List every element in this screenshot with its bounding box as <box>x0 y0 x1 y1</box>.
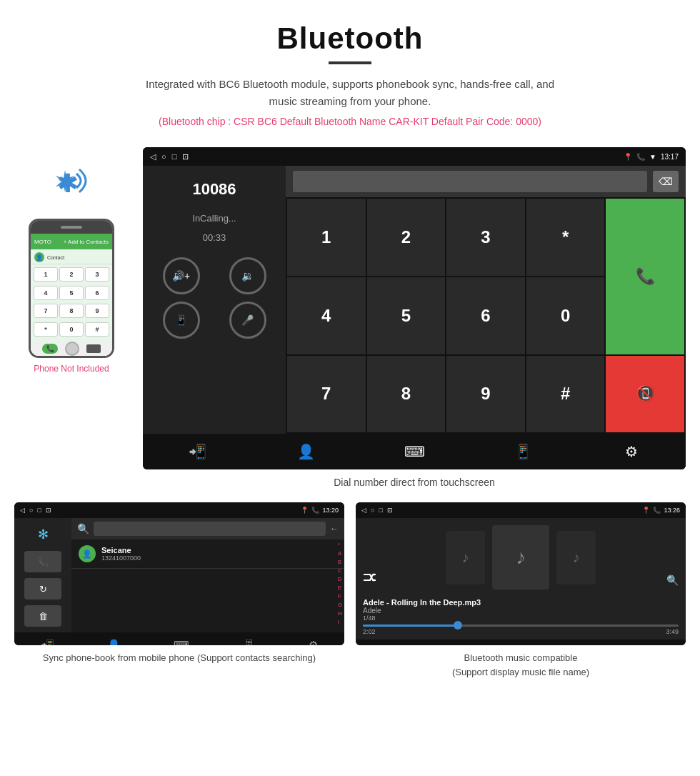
call-answer-button[interactable]: 📞 <box>606 199 684 354</box>
settings-icon[interactable]: ⚙ <box>619 439 644 464</box>
car-screen-body: 10086 InCalling... 00:33 🔊+ 🔉 📱 🎤 ⌫ <box>143 166 686 434</box>
pb-time: 13:20 <box>322 507 339 514</box>
dial-key-8[interactable]: 8 <box>367 356 446 433</box>
dialpad-icon[interactable]: ⌨ <box>401 439 427 464</box>
music-progress-thumb[interactable] <box>454 621 462 630</box>
dial-grid: 1 2 3 * 📞 4 5 6 0 7 8 9 # 📵 <box>286 197 686 434</box>
car-screen: ◁ ○ □ ⊡ 📍 📞 ▼ 13:17 10086 InCalling... <box>143 147 686 469</box>
dial-key-7[interactable]: 7 <box>287 356 366 433</box>
dial-input-field[interactable] <box>293 171 647 192</box>
music-time: 13:26 <box>664 507 680 514</box>
phonebook-main: 🔍 ← 👤 Seicane 13241007000 <box>71 518 344 632</box>
dial-key-3[interactable]: 3 <box>446 199 525 276</box>
page-header: Bluetooth Integrated with BC6 Bluetooth … <box>0 0 700 147</box>
phone-transfer-icon[interactable]: 📱 <box>510 439 536 464</box>
phone-home-button[interactable] <box>65 342 79 356</box>
phone-key-1[interactable]: 1 <box>34 267 58 282</box>
pb-home-icon: ○ <box>29 507 33 514</box>
dial-left-panel: 10086 InCalling... 00:33 🔊+ 🔉 📱 🎤 <box>143 166 286 434</box>
dial-key-4[interactable]: 4 <box>287 277 366 354</box>
pb-search-row: 🔍 ← <box>71 518 344 539</box>
music-times: 2:02 3:49 <box>363 627 679 637</box>
bt-call-icon[interactable]: 📲 <box>184 439 210 464</box>
phone-key-5[interactable]: 5 <box>59 286 84 300</box>
phone-key-9[interactable]: 9 <box>85 304 109 318</box>
pb-settings-icon[interactable]: ⚙ <box>309 639 318 645</box>
transfer-button[interactable]: 📱 <box>163 302 200 339</box>
phonebook-screen: ◁ ○ □ ⊡ 📍 📞 13:20 ✻ 📞 ↻ 🗑 <box>14 502 344 645</box>
phone-key-2[interactable]: 2 <box>59 267 84 282</box>
pb-bt-call-icon[interactable]: 📲 <box>41 639 54 645</box>
contacts-icon[interactable]: 👤 <box>293 439 319 464</box>
pb-call-icon: 📞 <box>311 507 319 514</box>
dial-key-1[interactable]: 1 <box>287 199 366 276</box>
phone-key-3[interactable]: 3 <box>85 267 109 282</box>
dial-key-5[interactable]: 5 <box>367 277 446 354</box>
volume-up-button[interactable]: 🔊+ <box>163 257 200 294</box>
dial-key-2[interactable]: 2 <box>367 199 446 276</box>
phone-add-contact: + Add to Contacts <box>64 239 109 245</box>
phone-bottom-bar: 📞 <box>31 342 112 356</box>
dial-key-hash[interactable]: # <box>526 356 605 433</box>
status-right-icons: 📍 📞 ▼ 13:17 <box>624 153 679 161</box>
sidebar-call-button[interactable]: 📞 <box>24 551 61 572</box>
pb-contacts-area: 👤 Seicane 13241007000 *ABCDEFGHI <box>71 539 344 632</box>
phone-key-8[interactable]: 8 <box>59 304 84 318</box>
phone-key-star[interactable]: * <box>34 322 58 337</box>
backspace-button[interactable]: ⌫ <box>653 171 679 192</box>
status-nav-icons: ◁ ○ □ ⊡ <box>150 152 189 161</box>
pb-dialpad-icon[interactable]: ⌨ <box>174 639 189 645</box>
mute-button[interactable]: 🎤 <box>229 302 266 339</box>
pb-back-arrow[interactable]: ← <box>330 524 339 534</box>
album-art-right: ♪ <box>556 531 596 585</box>
sidebar-bt-icon[interactable]: ✻ <box>24 524 61 545</box>
music-home-icon: ○ <box>371 507 374 514</box>
dial-key-0[interactable]: 0 <box>526 277 605 354</box>
car-status-bar: ◁ ○ □ ⊡ 📍 📞 ▼ 13:17 <box>143 147 686 166</box>
contact-name: Seicane <box>101 546 141 554</box>
phone-call-button[interactable]: 📞 <box>42 344 58 354</box>
phone-key-hash[interactable]: # <box>85 322 109 337</box>
phone-end-button[interactable] <box>86 344 101 353</box>
phonebook-sidebar: ✻ 📞 ↻ 🗑 <box>14 518 71 632</box>
phone-key-6[interactable]: 6 <box>85 286 109 300</box>
phonebook-caption: Sync phone-book from mobile phone (Suppo… <box>14 651 344 665</box>
music-controls-bar: 📁 ☰ ⏮ ⏸ ⏭ 🎚 <box>356 640 686 645</box>
shuffle-icon[interactable] <box>363 572 377 586</box>
pb-contacts-icon[interactable]: 👤 <box>107 639 121 645</box>
pb-transfer-icon[interactable]: 📱 <box>242 639 256 645</box>
call-icon: 📞 <box>636 153 645 161</box>
search-icon: 🔍 <box>77 523 89 534</box>
music-grid-icon: ⊡ <box>387 507 393 514</box>
music-body: ♪ ♪ ♪ 🔍 Adele - Rolling In the Deep.mp3 … <box>356 518 686 640</box>
calling-status: InCalling... <box>151 213 277 224</box>
phone-key-4[interactable]: 4 <box>34 286 58 300</box>
phone-key-0[interactable]: 0 <box>59 322 84 337</box>
search-music-icon[interactable]: 🔍 <box>666 574 679 586</box>
call-end-button[interactable]: 📵 <box>606 356 684 433</box>
contact-avatar: 👤 <box>79 545 96 562</box>
music-progress-area: 2:02 3:49 <box>356 622 686 640</box>
pb-bottom-bar: 📲 👤 ⌨ 📱 ⚙ <box>14 632 344 645</box>
pb-nav-icon: 📍 <box>301 507 309 514</box>
volume-down-button[interactable]: 🔉 <box>229 257 266 294</box>
svg-text:✶: ✶ <box>55 169 75 195</box>
phone-top-bar <box>31 221 112 234</box>
phone-screen-header: MOTO + Add to Contacts <box>31 234 112 249</box>
dial-key-6[interactable]: 6 <box>446 277 525 354</box>
title-underline <box>329 61 371 64</box>
bluetooth-info: (Bluetooth chip : CSR BC6 Default Blueto… <box>14 116 686 127</box>
pb-search-input[interactable] <box>94 522 326 536</box>
phone-not-included-label: Phone Not Included <box>34 364 109 374</box>
dial-key-star[interactable]: * <box>526 199 605 276</box>
sidebar-sync-button[interactable]: ↻ <box>24 578 61 600</box>
clock: 13:17 <box>661 153 679 161</box>
music-progress-bar[interactable] <box>363 625 679 627</box>
phone-mockup: MOTO + Add to Contacts 👤 Contact 1 2 3 4… <box>29 219 114 358</box>
phone-section: ✱ ✶ MOTO + Add to Contacts 👤 Contact <box>14 147 129 374</box>
pb-grid-icon: ⊡ <box>46 507 51 514</box>
dial-key-9[interactable]: 9 <box>446 356 525 433</box>
dial-number: 10086 <box>151 174 277 204</box>
phone-key-7[interactable]: 7 <box>34 304 58 318</box>
sidebar-delete-button[interactable]: 🗑 <box>24 605 61 627</box>
